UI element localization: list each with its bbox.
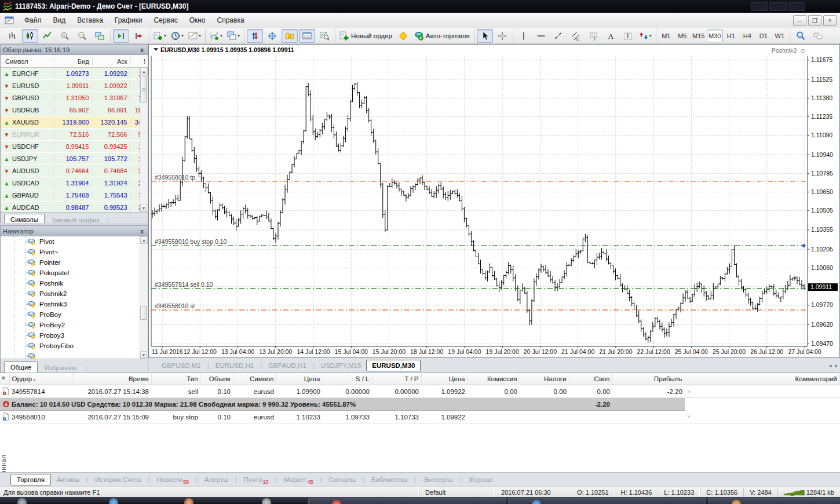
menu-item[interactable]: Вид (48, 14, 72, 27)
orders-column-2[interactable]: Время (73, 373, 151, 385)
orders-column-1[interactable]: Ордер ▴ (9, 373, 73, 385)
orders-column-6[interactable]: Цена (276, 373, 323, 385)
timeframe-m1-button[interactable]: M1 (658, 30, 674, 42)
terminal-tab-11[interactable]: Журнал (463, 474, 499, 485)
orders-column-12[interactable]: Своп (569, 373, 612, 385)
scroll-left-icon[interactable]: ◂ (829, 363, 832, 368)
navigator-item-pivot~[interactable]: Pivot~ (1, 247, 148, 257)
market-watch-row[interactable]: ▼USDRUB65.90266.091189 (1, 104, 148, 116)
chart-tab-gbpusd-m1[interactable]: GBPUSD,M1 (156, 360, 206, 371)
terminal-tab-10[interactable]: Эксперты (418, 474, 459, 485)
navigator-tab-1[interactable]: Общие (4, 361, 38, 373)
navigator-item-proboyfibo[interactable]: ProboyFibo (1, 341, 148, 351)
menu-item[interactable]: Сервис (148, 14, 184, 27)
chart-shift-button[interactable] (130, 29, 147, 43)
windows-taskbar[interactable] (0, 497, 840, 504)
strategy-tester-button[interactable] (316, 29, 333, 43)
metaeditor-button[interactable] (395, 29, 411, 43)
horizontal-line-button[interactable] (533, 29, 549, 43)
orders-column-10[interactable]: Комиссия (468, 373, 520, 385)
text-button[interactable]: A (602, 29, 619, 43)
market-watch-row[interactable]: ▼USDCHF0.994150.9942510 (1, 141, 148, 153)
zoom-out-button[interactable] (74, 29, 90, 43)
text-label-button[interactable]: T (620, 29, 636, 43)
start-orb-icon[interactable] (17, 498, 27, 504)
orders-column-14[interactable]: Комментарий (685, 373, 840, 385)
tile-windows-button[interactable] (92, 29, 108, 43)
orders-column-8[interactable]: T / P (372, 373, 421, 385)
terminal-toggle-button[interactable] (299, 29, 315, 43)
crosshair-button[interactable] (494, 29, 510, 43)
chart-tab-usdjpy-m15[interactable]: USDJPY,M15 (316, 360, 366, 371)
market-watch-row[interactable]: ▼GBPUSD1.310501.3106717 (1, 92, 148, 104)
community-chat-button[interactable] (810, 29, 826, 43)
navigator-item-proboy3[interactable]: Proboy3 (1, 330, 148, 341)
window-minimize-button[interactable] (751, 2, 768, 11)
timeframe-m5-button[interactable]: M5 (674, 30, 691, 42)
market-watch-row[interactable]: ▲EURCHF1.092731.0929219 (1, 68, 148, 80)
window-maximize-button[interactable] (769, 2, 787, 11)
close-order-icon[interactable]: × (687, 389, 691, 395)
terminal-tab-6[interactable]: Почта10 (238, 474, 274, 485)
scroll-down-icon[interactable]: ▼ (140, 351, 147, 359)
navigator-item-poshnik2[interactable]: Poshnik2 (1, 288, 148, 299)
taskbar-window-button[interactable] (508, 498, 706, 504)
menu-item[interactable]: Справка (211, 14, 250, 27)
column-header-bid[interactable]: Бид (54, 58, 92, 65)
new-chart-button[interactable]: ▾ (152, 29, 168, 43)
navigator-item-proboy[interactable]: ProBoy (1, 309, 148, 320)
orders-column-13[interactable]: Прибыль (612, 373, 685, 385)
market-watch-row[interactable]: ▼AUDUSD0.746640.7468420 (1, 165, 148, 177)
navigator-item-pivot[interactable]: Pivot (1, 236, 148, 247)
market-watch-scrollbar[interactable]: ▲▼ (140, 68, 148, 212)
window-close-button[interactable] (788, 2, 805, 11)
child-restore-button[interactable]: ❐ (808, 15, 821, 26)
navigator-item-poshnik3[interactable]: Poshnik3 (1, 299, 148, 309)
navigator-item-pokupatel[interactable]: Pokupatel (1, 268, 148, 278)
market-watch-row[interactable]: ▲USDCAD1.319041.3192420 (1, 177, 148, 189)
indicators-button[interactable]: ▾ (208, 29, 224, 43)
terminal-tab-8[interactable]: Сигналы (323, 474, 361, 485)
column-header-symbol[interactable]: Символ (1, 58, 54, 65)
market-watch-titlebar[interactable]: Обзор рынка: 15:16:19 x (1, 45, 148, 55)
scroll-up-icon[interactable]: ▲ (140, 236, 148, 244)
scrollbar-thumb[interactable] (140, 306, 147, 320)
timeframe-h4-button[interactable]: H4 (739, 30, 755, 42)
window-layout-button[interactable]: ▾ (225, 29, 242, 43)
column-header-spread[interactable]: ! (130, 58, 148, 65)
terminal-tab-2[interactable]: Активы (51, 474, 85, 485)
market-watch-toggle-button[interactable] (247, 29, 263, 43)
terminal-tab-5[interactable]: Алерты (199, 474, 233, 485)
child-close-button[interactable]: × (823, 15, 837, 26)
navigator-item-pointer[interactable]: Pointer (1, 257, 148, 268)
navigator-titlebar[interactable]: Навигатор x (1, 226, 148, 236)
child-minimize-button[interactable]: – (793, 15, 806, 26)
arrow-objects-button[interactable]: ▾ (637, 29, 653, 43)
time-axis[interactable]: 11 Jul 201612 Jul 12:0013 Jul 04:0013 Ju… (152, 346, 821, 355)
orders-column-11[interactable]: Налоги (520, 373, 569, 385)
timeframe-w1-button[interactable]: W1 (772, 30, 788, 42)
column-header-ask[interactable]: Аск (92, 58, 130, 65)
terminal-tab-7[interactable]: Маркет45 (278, 474, 319, 485)
scroll-up-icon[interactable]: ▲ (140, 68, 148, 75)
bar-chart-button[interactable] (5, 29, 21, 43)
navigator-tab-2[interactable]: Избранное (39, 363, 83, 373)
price-axis[interactable]: 1.116751.115251.113801.112351.110901.109… (808, 56, 838, 347)
order-row-349557814[interactable]: 3495578142016.07.27 15:14:38sell0.10euru… (0, 385, 840, 398)
menu-item[interactable]: Графики (109, 14, 148, 27)
orders-column-5[interactable]: Символ (233, 373, 276, 385)
browser-icon[interactable] (109, 498, 118, 504)
timeframe-m30-button[interactable]: M30 (707, 30, 723, 42)
taskbar-window-button[interactable] (308, 498, 506, 504)
fibonacci-retracement-button[interactable]: F (585, 29, 601, 43)
market-watch-row[interactable]: ▲USDJPY105.757105.77215 (1, 153, 148, 165)
terminal-tab-4[interactable]: Новости99 (151, 474, 195, 485)
terminal-close-icon[interactable]: × (2, 375, 5, 381)
navigator-item-poshnik[interactable]: Poshnik (1, 278, 148, 288)
chart-tab-eurusd-h1[interactable]: EURUSD,H1 (210, 360, 259, 371)
navigator-item[interactable] (1, 351, 148, 359)
scroll-right-icon[interactable]: ▸ (835, 363, 838, 368)
equidistant-channel-button[interactable]: E (568, 29, 584, 43)
navigator-close-icon[interactable]: x (138, 228, 145, 235)
orders-column-7[interactable]: S / L (323, 373, 372, 385)
